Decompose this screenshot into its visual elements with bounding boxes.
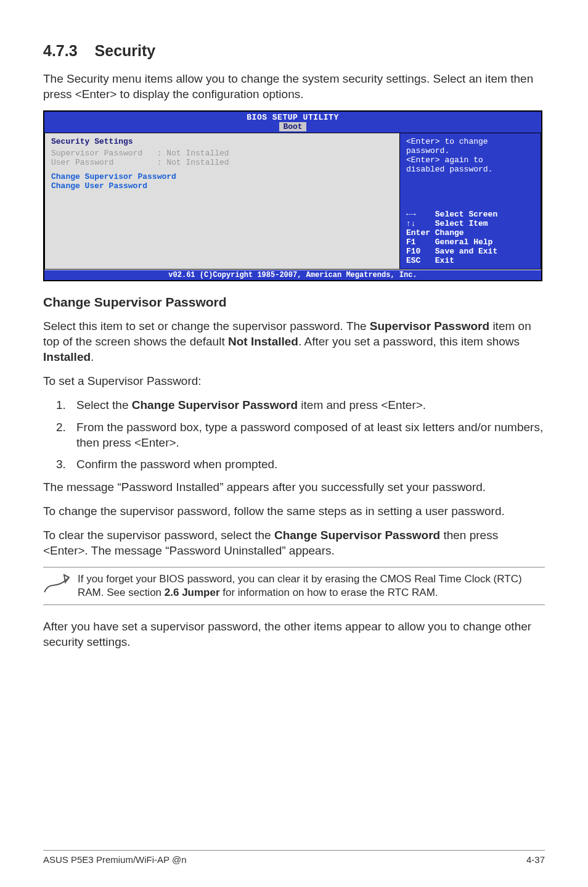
note-text: If you forget your BIOS password, you ca… (78, 572, 545, 600)
subheading-change-supervisor: Change Supervisor Password (43, 295, 545, 310)
bios-nav-line: F1 General Help (406, 237, 534, 247)
text-run: To clear the supervisor password, select… (43, 529, 274, 542)
section-number: 4.7.3 (43, 42, 78, 60)
bios-content-panel: Security Settings Supervisor Password : … (44, 133, 399, 270)
bios-nav-line: ESC Exit (406, 256, 534, 265)
paragraph: The message “Password Installed” appears… (43, 479, 545, 495)
bios-user-label: User Password (51, 158, 113, 167)
bios-supervisor-label: Supervisor Password (51, 149, 142, 158)
bios-nav-line: ↑↓ Select Item (406, 219, 534, 228)
step-item: Confirm the password when prompted. (69, 456, 545, 472)
text-run: . (91, 350, 94, 363)
footer-page-number: 4-37 (526, 854, 545, 865)
section-heading: 4.7.3Security (43, 42, 545, 60)
note-pencil-icon (43, 574, 78, 595)
paragraph: To change the supervisor password, follo… (43, 503, 545, 519)
bios-title: BIOS SETUP UTILITY (44, 112, 541, 122)
bios-supervisor-value: : Not Installed (157, 149, 229, 158)
paragraph: To clear the supervisor password, select… (43, 527, 545, 558)
bios-nav-line: F10 Save and Exit (406, 247, 534, 256)
footer-product: ASUS P5E3 Premium/WiFi-AP @n (43, 854, 187, 865)
text-run: . After you set a password, this item sh… (298, 335, 520, 348)
steps-list: Select the Change Supervisor Password it… (69, 397, 545, 471)
bios-nav-line: Enter Change (406, 228, 534, 237)
text-run: Select the (76, 398, 132, 411)
page-footer: ASUS P5E3 Premium/WiFi-AP @n 4-37 (43, 850, 545, 865)
step-item: From the password box, type a password c… (69, 419, 545, 450)
bios-help-line: <Enter> to change (406, 137, 534, 146)
bios-supervisor-row: Supervisor Password : Not Installed (51, 149, 393, 158)
paragraph: To set a Supervisor Password: (43, 373, 545, 389)
bios-user-row: User Password : Not Installed (51, 158, 393, 167)
bios-help-line: disabled password. (406, 165, 534, 174)
bios-tab-boot: Boot (279, 122, 306, 131)
bios-nav-line: ←→ Select Screen (406, 210, 534, 219)
bios-nav-block: ←→ Select Screen ↑↓ Select Item Enter Ch… (406, 210, 534, 265)
note-box: If you forget your BIOS password, you ca… (43, 567, 545, 605)
section-title: Security (95, 42, 156, 59)
text-bold: Installed (43, 350, 91, 363)
paragraph: After you have set a supervisor password… (43, 619, 545, 650)
text-run: item and press <Enter>. (298, 398, 426, 411)
bios-help-panel: <Enter> to change password. <Enter> agai… (399, 133, 541, 270)
text-bold: Change Supervisor Password (274, 529, 440, 542)
text-run: for information on how to erase the RTC … (220, 587, 438, 598)
bios-copyright: v02.61 (C)Copyright 1985-2007, American … (44, 270, 541, 280)
bios-screenshot: BIOS SETUP UTILITY Boot Security Setting… (43, 110, 542, 281)
bios-help-line: <Enter> again to (406, 155, 534, 165)
bios-user-value: : Not Installed (157, 158, 229, 167)
bios-change-user: Change User Password (51, 181, 393, 191)
bios-tab-row: Boot (44, 122, 541, 133)
paragraph: Select this item to set or change the su… (43, 318, 545, 365)
text-run: Select this item to set or change the su… (43, 320, 370, 332)
text-bold: 2.6 Jumper (165, 587, 220, 598)
bios-security-settings-header: Security Settings (51, 137, 393, 146)
text-bold: Supervisor Password (370, 320, 489, 332)
text-bold: Not Installed (228, 335, 298, 348)
text-bold: Change Supervisor Password (132, 398, 298, 411)
bios-change-supervisor: Change Supervisor Password (51, 172, 393, 181)
bios-help-line: password. (406, 146, 534, 155)
intro-paragraph: The Security menu items allow you to cha… (43, 71, 545, 102)
step-item: Select the Change Supervisor Password it… (69, 397, 545, 413)
